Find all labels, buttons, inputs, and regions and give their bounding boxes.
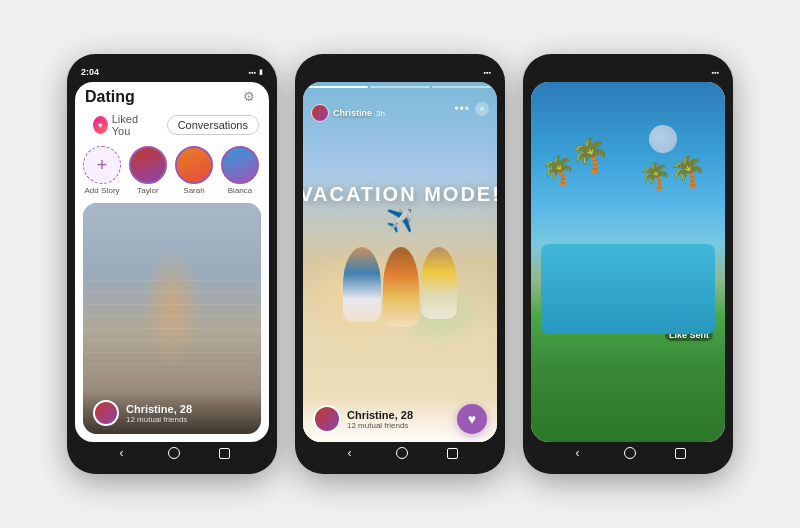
friend-1	[343, 247, 381, 322]
story-person-avatar-2	[313, 405, 341, 433]
story-bottom-2: Christine, 28 12 mutual friends ♥	[303, 396, 497, 442]
recents-button-2[interactable]	[447, 448, 458, 459]
story-user-2: Christine 3h	[311, 104, 385, 122]
taylor-label: Taylor	[137, 186, 158, 195]
story-person-mutual-2: 12 mutual friends	[347, 421, 413, 430]
story-actions-2: ••• ×	[454, 102, 489, 116]
palm-left-2: 🌴	[570, 136, 610, 174]
story-sarah[interactable]: Sarah	[175, 146, 213, 195]
card-info-overlay: Christine, 28 12 mutual friends	[83, 390, 261, 434]
status-bar-3: ▪▪▪	[531, 64, 725, 82]
story-time-2: 3h	[376, 109, 385, 118]
signal-icon-2: ▪▪▪	[484, 69, 491, 76]
palm-right-2: 🌴	[639, 161, 671, 192]
resort-screen: 🌴 🌴 🌴 🌴 Christine 2h	[531, 82, 725, 442]
nav-bar-1: ‹	[75, 442, 269, 464]
taylor-avatar	[129, 146, 167, 184]
back-button-1[interactable]: ‹	[115, 446, 129, 460]
more-icon-2[interactable]: •••	[454, 102, 470, 116]
sarah-label: Sarah	[183, 186, 204, 195]
phone-2: ▪▪▪ Christine 3h ••• ×	[295, 54, 505, 474]
dating-header: Dating ⚙	[75, 82, 269, 110]
story-person-name-2: Christine, 28	[347, 409, 413, 421]
phone-1: 2:04 ▪▪▪ ▮ Dating ⚙ ♥ Liked You Conversa…	[67, 54, 277, 474]
story-person-info-2: Christine, 28 12 mutual friends ♥	[313, 404, 487, 434]
status-icons-3: ▪▪▪	[712, 69, 719, 76]
bianca-avatar	[221, 146, 259, 184]
tab-conversations[interactable]: Conversations	[167, 115, 259, 135]
friends-figures	[343, 247, 457, 327]
time-1: 2:04	[81, 67, 99, 77]
battery-icon: ▮	[259, 68, 263, 76]
stories-row: + Add Story Taylor Sarah Bianca	[75, 146, 269, 203]
card-text: Christine, 28 12 mutual friends	[126, 403, 192, 424]
status-icons-1: ▪▪▪ ▮	[249, 68, 263, 76]
status-bar-2: ▪▪▪	[303, 64, 497, 82]
signal-icon-3: ▪▪▪	[712, 69, 719, 76]
dating-title: Dating	[85, 88, 135, 106]
tab-liked-you[interactable]: ♥ Liked You	[85, 110, 159, 140]
status-bar-1: 2:04 ▪▪▪ ▮	[75, 64, 269, 82]
dating-card[interactable]: Christine, 28 12 mutual friends	[83, 203, 261, 434]
plane-icon: ✈️	[303, 208, 497, 234]
dating-tabs: ♥ Liked You Conversations	[75, 110, 269, 146]
nav-bar-3: ‹	[531, 442, 725, 464]
story-person-text-2: Christine, 28 12 mutual friends	[347, 409, 413, 430]
story-person-left-2: Christine, 28 12 mutual friends	[313, 405, 413, 433]
plus-icon: +	[97, 155, 108, 176]
story-avatar-2	[311, 104, 329, 122]
story-username-2: Christine	[333, 108, 372, 118]
story-screen-2: Christine 3h ••• × VACATION MODE! ✈️ Chr…	[303, 82, 497, 442]
story-bianca[interactable]: Bianca	[221, 146, 259, 195]
add-story-label: Add Story	[84, 186, 119, 195]
moon	[649, 125, 677, 153]
phone-3: ▪▪▪ 🌴 🌴 🌴 🌴	[523, 54, 733, 474]
heart-icon-2: ♥	[468, 411, 476, 427]
recents-button-3[interactable]	[675, 448, 686, 459]
status-icons-2: ▪▪▪	[484, 69, 491, 76]
bianca-label: Bianca	[228, 186, 252, 195]
resort-pool	[541, 244, 716, 334]
sarah-avatar	[175, 146, 213, 184]
card-avatar	[93, 400, 119, 426]
home-button-1[interactable]	[168, 447, 180, 459]
home-button-3[interactable]	[624, 447, 636, 459]
signal-icon: ▪▪▪	[249, 69, 256, 76]
vacation-overlay: VACATION MODE! ✈️	[303, 183, 497, 234]
add-story-button[interactable]: +	[83, 146, 121, 184]
palm-right: 🌴	[669, 154, 706, 189]
card-name: Christine, 28	[126, 403, 192, 415]
add-story-item[interactable]: + Add Story	[83, 146, 121, 195]
dating-screen: Dating ⚙ ♥ Liked You Conversations + Add…	[75, 82, 269, 442]
vacation-label: VACATION MODE!	[303, 183, 497, 205]
close-icon-2: ×	[479, 104, 484, 114]
settings-icon[interactable]: ⚙	[243, 89, 259, 105]
back-button-2[interactable]: ‹	[343, 446, 357, 460]
liked-label: Liked You	[112, 113, 151, 137]
back-button-3[interactable]: ‹	[571, 446, 585, 460]
like-button-2[interactable]: ♥	[457, 404, 487, 434]
friend-2	[383, 247, 419, 327]
liked-icon: ♥	[93, 116, 108, 134]
story-header-2: Christine 3h ••• ×	[303, 82, 497, 126]
nav-bar-2: ‹	[303, 442, 497, 464]
friend-3	[421, 247, 457, 319]
card-mutual: 12 mutual friends	[126, 415, 192, 424]
recents-button-1[interactable]	[219, 448, 230, 459]
home-button-2[interactable]	[396, 447, 408, 459]
story-taylor[interactable]: Taylor	[129, 146, 167, 195]
close-button-2[interactable]: ×	[475, 102, 489, 116]
